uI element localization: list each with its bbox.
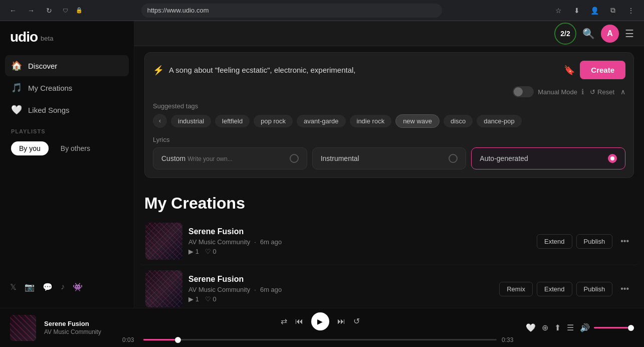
lyrics-custom-sub: Write your own...: [187, 155, 233, 162]
twitter-icon[interactable]: 𝕏: [10, 282, 17, 292]
discord-icon[interactable]: 💬: [43, 282, 53, 292]
manual-mode-toggle[interactable]: [513, 86, 534, 97]
play-count-2: ▶ 1: [188, 295, 199, 303]
lyrics-custom-radio: [290, 154, 299, 163]
browser-extensions-button[interactable]: ⧉: [606, 4, 620, 18]
tab-by-others[interactable]: By others: [53, 141, 98, 155]
info-icon[interactable]: ℹ: [581, 88, 584, 96]
song-art-2: [145, 270, 182, 307]
browser-toolbar-right: ☆ ⬇ 👤 ⧉ ⋮: [552, 4, 638, 18]
radio-dot: [610, 156, 614, 160]
lyrics-section: Lyrics Custom Write your own... Instrume…: [153, 136, 625, 169]
hamburger-menu-button[interactable]: ☰: [625, 28, 634, 40]
prev-button[interactable]: ⏮: [295, 317, 303, 326]
more-options-button-1[interactable]: •••: [616, 235, 633, 248]
lyrics-instrumental-radio: [449, 154, 458, 163]
song-meta-1: AV Music Community · 6m ago: [188, 238, 531, 246]
bookmark-icon[interactable]: 🔖: [564, 65, 575, 76]
like-button[interactable]: 🤍: [526, 323, 536, 332]
progress-thumb[interactable]: [175, 337, 181, 343]
browser-refresh-button[interactable]: ↻: [42, 4, 56, 18]
shuffle-button[interactable]: ⇄: [281, 316, 287, 326]
lyrics-custom-label: Custom: [161, 154, 185, 162]
browser-download-button[interactable]: ⬇: [570, 4, 584, 18]
remix-button-2[interactable]: Remix: [499, 282, 533, 296]
tags-prev-button[interactable]: ‹: [153, 114, 167, 128]
queue-button[interactable]: ☰: [567, 323, 574, 332]
sidebar-label-discover: Discover: [28, 62, 57, 70]
tiktok-icon[interactable]: ♪: [61, 282, 65, 292]
volume-icon-button[interactable]: 🔊: [580, 323, 590, 332]
songs-section: Serene Fusion AV Music Community · 6m ag…: [134, 218, 644, 308]
browser-menu-button[interactable]: ⋮: [624, 4, 638, 18]
lyrics-auto-radio: [608, 154, 617, 163]
reddit-icon[interactable]: 👾: [73, 282, 83, 292]
browser-back-button[interactable]: ←: [6, 4, 20, 18]
publish-button-2[interactable]: Publish: [576, 282, 613, 296]
extend-button-2[interactable]: Extend: [537, 282, 572, 296]
progress-track[interactable]: [143, 339, 497, 340]
extend-button-1[interactable]: Extend: [537, 234, 572, 249]
suggested-tags-label: Suggested tags: [153, 102, 625, 110]
browser-forward-button[interactable]: →: [24, 4, 38, 18]
more-options-button-2[interactable]: •••: [616, 282, 633, 295]
lyrics-option-auto-generated[interactable]: Auto-generated: [471, 147, 625, 169]
song-actions-2: Remix Extend Publish •••: [499, 282, 633, 296]
create-panel-top: ⚡ 🔖 Create: [153, 61, 625, 79]
tag-avant-garde[interactable]: avant-garde: [297, 115, 345, 127]
song-stats-1: ▶ 1 ♡ 0: [188, 248, 531, 255]
tag-disco[interactable]: disco: [444, 115, 473, 127]
table-row: Serene Fusion AV Music Community · 6m ag…: [139, 265, 639, 308]
logo-text: udio: [10, 29, 38, 45]
play-pause-button[interactable]: ▶: [311, 312, 329, 330]
tag-industrial[interactable]: industrial: [171, 115, 211, 127]
search-button[interactable]: 🔍: [582, 28, 595, 40]
create-button[interactable]: Create: [580, 61, 625, 79]
social-links: 𝕏 📷 💬 ♪ 👾: [0, 274, 134, 300]
player-controls: ⇄ ⏮ ▶ ⏭ ↺ 0:03 0:33: [122, 312, 518, 343]
sidebar-item-discover[interactable]: 🏠 Discover: [5, 55, 129, 76]
instagram-icon[interactable]: 📷: [25, 282, 35, 292]
collapse-button[interactable]: ∧: [620, 88, 625, 96]
publish-button-1[interactable]: Publish: [576, 234, 613, 249]
player-track-artist: AV Music Community: [44, 328, 114, 335]
lyrics-label: Lyrics: [153, 136, 625, 143]
sidebar-item-my-creations[interactable]: 🎵 My Creations: [5, 77, 129, 98]
tab-by-you[interactable]: By you: [11, 141, 49, 155]
browser-profile-button[interactable]: 👤: [588, 4, 602, 18]
my-creations-title: My Creations: [134, 184, 644, 218]
player-track-info: Serene Fusion AV Music Community: [44, 320, 114, 335]
lyrics-instrumental-label: Instrumental: [321, 154, 359, 162]
add-to-playlist-button[interactable]: ⊕: [542, 323, 548, 332]
tag-new-wave[interactable]: new wave: [395, 114, 440, 128]
prompt-input[interactable]: [169, 66, 559, 74]
song-actions-1: Extend Publish •••: [537, 234, 633, 249]
tag-dance-pop[interactable]: dance-pop: [477, 115, 521, 127]
repeat-button[interactable]: ↺: [353, 316, 360, 326]
avatar[interactable]: A: [601, 25, 619, 43]
reset-label: Reset: [597, 88, 614, 96]
browser-bookmark-button[interactable]: ☆: [552, 4, 566, 18]
browser-chrome: ← → ↻ 🛡 🔒 https://www.udio.com ☆ ⬇ 👤 ⧉ ⋮: [0, 0, 644, 21]
volume-thumb[interactable]: [628, 325, 634, 331]
lyrics-auto-label: Auto-generated: [480, 154, 528, 162]
music-note-icon: 🎵: [11, 82, 22, 93]
volume-slider[interactable]: [594, 327, 634, 328]
toggle-knob: [514, 87, 523, 96]
reset-button[interactable]: ↺ Reset: [590, 88, 614, 96]
lyrics-option-instrumental[interactable]: Instrumental: [312, 147, 467, 169]
tag-pop-rock[interactable]: pop rock: [254, 115, 293, 127]
sidebar-item-liked-songs[interactable]: 🤍 Liked Songs: [5, 99, 129, 120]
lyrics-option-custom[interactable]: Custom Write your own...: [153, 147, 307, 169]
lyrics-custom-label-group: Custom Write your own...: [161, 154, 233, 162]
manual-mode-control: Manual Mode ℹ: [513, 86, 584, 97]
address-bar[interactable]: https://www.udio.com: [141, 4, 442, 18]
next-button[interactable]: ⏭: [337, 317, 345, 326]
tag-indie-rock[interactable]: indie rock: [350, 115, 392, 127]
song-meta-2: AV Music Community · 6m ago: [188, 286, 493, 293]
tag-leftfield[interactable]: leftfield: [215, 115, 250, 127]
share-button[interactable]: ⬆: [554, 323, 561, 332]
heart-icon: 🤍: [11, 104, 22, 115]
player-thumb-pattern: [10, 315, 36, 341]
song-time-2: 6m ago: [260, 286, 282, 293]
